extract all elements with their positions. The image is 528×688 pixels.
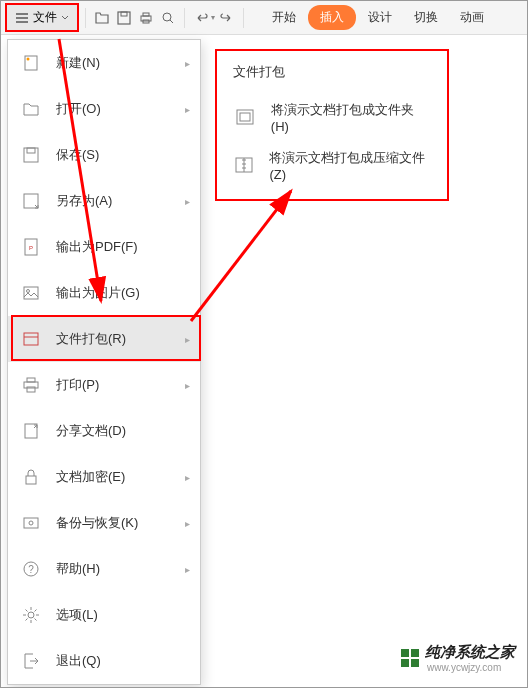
svg-line-30 bbox=[191, 191, 291, 321]
package-zip-icon bbox=[233, 153, 255, 177]
image-icon bbox=[20, 282, 42, 304]
menu-item-label: 输出为图片(G) bbox=[56, 284, 140, 302]
svg-rect-26 bbox=[237, 110, 253, 124]
menu-item-label: 打印(P) bbox=[56, 376, 99, 394]
menu-help[interactable]: ? 帮助(H) ▸ bbox=[8, 546, 200, 592]
svg-point-14 bbox=[27, 290, 30, 293]
svg-rect-17 bbox=[27, 378, 35, 382]
print-icon bbox=[20, 374, 42, 396]
chevron-right-icon: ▸ bbox=[185, 518, 190, 529]
menu-save[interactable]: 保存(S) bbox=[8, 132, 200, 178]
hamburger-icon bbox=[15, 11, 29, 25]
watermark-logo-icon bbox=[401, 649, 419, 667]
backup-icon bbox=[20, 512, 42, 534]
folder-icon bbox=[20, 98, 42, 120]
redo-icon[interactable] bbox=[217, 8, 237, 28]
menu-item-label: 另存为(A) bbox=[56, 192, 112, 210]
submenu-package-folder[interactable]: 将演示文档打包成文件夹(H) bbox=[217, 93, 447, 141]
pdf-icon: P bbox=[20, 236, 42, 258]
menu-saveas[interactable]: 另存为(A) ▸ bbox=[8, 178, 200, 224]
svg-rect-9 bbox=[27, 148, 35, 153]
chevron-right-icon: ▸ bbox=[185, 196, 190, 207]
menu-new[interactable]: 新建(N) ▸ bbox=[8, 40, 200, 86]
menu-open[interactable]: 打开(O) ▸ bbox=[8, 86, 200, 132]
chevron-right-icon: ▸ bbox=[185, 564, 190, 575]
divider bbox=[184, 8, 185, 28]
submenu-item-label: 将演示文档打包成文件夹(H) bbox=[271, 101, 431, 134]
dropdown-caret-icon[interactable]: ▾ bbox=[211, 13, 215, 22]
file-menu-button[interactable]: 文件 bbox=[5, 3, 79, 32]
open-folder-icon[interactable] bbox=[92, 8, 112, 28]
chevron-right-icon: ▸ bbox=[185, 104, 190, 115]
svg-rect-6 bbox=[25, 56, 37, 70]
menu-exit[interactable]: 退出(Q) bbox=[8, 638, 200, 684]
package-folder-icon bbox=[233, 105, 257, 129]
svg-rect-13 bbox=[24, 287, 38, 299]
saveas-icon bbox=[20, 190, 42, 212]
preview-icon[interactable] bbox=[158, 8, 178, 28]
svg-rect-1 bbox=[121, 12, 127, 16]
menu-backup[interactable]: 备份与恢复(K) ▸ bbox=[8, 500, 200, 546]
lock-icon bbox=[20, 466, 42, 488]
file-menu-panel: 新建(N) ▸ 打开(O) ▸ 保存(S) 另存为(A) ▸ P 输出为PDF(… bbox=[7, 39, 201, 685]
svg-point-7 bbox=[27, 58, 30, 61]
svg-point-25 bbox=[28, 612, 34, 618]
svg-rect-27 bbox=[240, 113, 250, 121]
menu-item-label: 文档加密(E) bbox=[56, 468, 125, 486]
watermark: 纯净系统之家 www.ycwjzy.com bbox=[401, 643, 515, 673]
menu-encrypt[interactable]: 文档加密(E) ▸ bbox=[8, 454, 200, 500]
svg-point-5 bbox=[163, 13, 171, 21]
chevron-right-icon: ▸ bbox=[185, 58, 190, 69]
menu-export-img[interactable]: 输出为图片(G) bbox=[8, 270, 200, 316]
svg-rect-21 bbox=[24, 518, 38, 528]
chevron-right-icon: ▸ bbox=[185, 334, 190, 345]
svg-rect-3 bbox=[143, 13, 149, 16]
divider bbox=[85, 8, 86, 28]
package-submenu-panel: 文件打包 将演示文档打包成文件夹(H) 将演示文档打包成压缩文件(Z) bbox=[215, 49, 449, 201]
submenu-package-zip[interactable]: 将演示文档打包成压缩文件(Z) bbox=[217, 141, 447, 189]
undo-icon[interactable] bbox=[191, 8, 211, 28]
tab-anim[interactable]: 动画 bbox=[450, 5, 494, 30]
share-icon bbox=[20, 420, 42, 442]
submenu-item-label: 将演示文档打包成压缩文件(Z) bbox=[269, 149, 431, 182]
chevron-right-icon: ▸ bbox=[185, 472, 190, 483]
svg-rect-15 bbox=[24, 333, 38, 345]
menu-item-label: 保存(S) bbox=[56, 146, 99, 164]
save-icon[interactable] bbox=[114, 8, 134, 28]
tab-start[interactable]: 开始 bbox=[262, 5, 306, 30]
file-menu-label: 文件 bbox=[33, 9, 57, 26]
menu-share[interactable]: 分享文档(D) bbox=[8, 408, 200, 454]
watermark-brand: 纯净系统之家 bbox=[425, 643, 515, 662]
help-icon: ? bbox=[20, 558, 42, 580]
menu-options[interactable]: 选项(L) bbox=[8, 592, 200, 638]
svg-point-22 bbox=[29, 521, 33, 525]
menu-item-label: 文件打包(R) bbox=[56, 330, 126, 348]
menu-item-label: 输出为PDF(F) bbox=[56, 238, 138, 256]
watermark-url: www.ycwjzy.com bbox=[427, 662, 515, 673]
menu-package[interactable]: 文件打包(R) ▸ bbox=[8, 316, 200, 362]
menu-item-label: 打开(O) bbox=[56, 100, 101, 118]
submenu-title: 文件打包 bbox=[217, 61, 447, 93]
chevron-down-icon bbox=[61, 14, 69, 22]
tab-design[interactable]: 设计 bbox=[358, 5, 402, 30]
svg-text:?: ? bbox=[28, 564, 34, 575]
package-icon bbox=[20, 328, 42, 350]
svg-text:P: P bbox=[29, 245, 33, 251]
exit-icon bbox=[20, 650, 42, 672]
menu-item-label: 退出(Q) bbox=[56, 652, 101, 670]
print-icon[interactable] bbox=[136, 8, 156, 28]
svg-rect-20 bbox=[26, 476, 36, 484]
menu-item-label: 帮助(H) bbox=[56, 560, 100, 578]
new-icon bbox=[20, 52, 42, 74]
menu-item-label: 选项(L) bbox=[56, 606, 98, 624]
tab-insert[interactable]: 插入 bbox=[308, 5, 356, 30]
menu-export-pdf[interactable]: P 输出为PDF(F) bbox=[8, 224, 200, 270]
menu-print[interactable]: 打印(P) ▸ bbox=[8, 362, 200, 408]
svg-rect-8 bbox=[24, 148, 38, 162]
gear-icon bbox=[20, 604, 42, 626]
menu-item-label: 备份与恢复(K) bbox=[56, 514, 138, 532]
tab-switch[interactable]: 切换 bbox=[404, 5, 448, 30]
svg-rect-0 bbox=[118, 12, 130, 24]
divider bbox=[243, 8, 244, 28]
chevron-right-icon: ▸ bbox=[185, 380, 190, 391]
